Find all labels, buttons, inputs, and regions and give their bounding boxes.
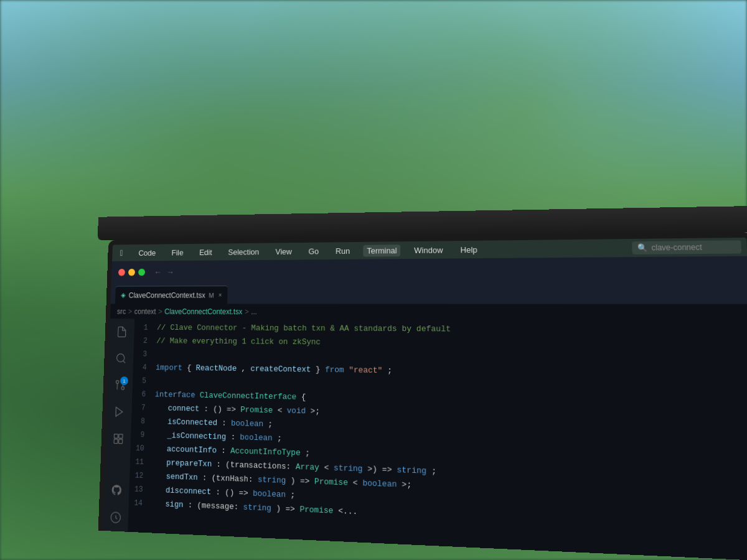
svg-point-2 [121,386,125,390]
token: } [316,365,325,374]
line-num-3: 3 [138,348,156,362]
breadcrumb-sep-2: > [158,307,162,316]
activity-icon-github[interactable] [108,481,125,499]
breadcrumb-filename[interactable]: ClaveConnectContext.tsx [164,307,242,316]
token: <... [338,506,357,516]
token: ReactNode [195,363,237,373]
token: "react" [349,365,382,375]
token: boolean [253,488,286,499]
token [154,431,163,440]
token: sign [165,500,184,510]
token: : [221,446,230,456]
menu-item-run[interactable]: Run [332,245,354,256]
token: Promise [240,405,273,415]
token: >; [311,406,320,416]
minimize-button[interactable] [128,269,135,276]
maximize-button[interactable] [138,269,145,276]
menu-item-selection[interactable]: Selection [225,246,263,258]
token: : [222,418,231,427]
tab-file-icon: ◈ [121,291,126,299]
token: accountInfo [167,444,217,455]
token [153,444,162,454]
token [151,499,161,509]
activity-icon-search[interactable] [113,350,129,366]
token: connect [167,404,199,414]
line-num-7: 7 [136,401,155,415]
token: : (transactions: [216,460,295,472]
token: string [258,475,286,485]
menu-item-view[interactable]: View [272,245,296,257]
line-num-5: 5 [137,375,156,388]
token: : [230,432,240,442]
token [154,403,164,413]
spotlight-search[interactable]: 🔍 clave-connect [632,240,741,254]
token: boolean [240,432,272,443]
menu-item-help[interactable]: Help [457,243,481,256]
token: _isConnecting [167,431,226,442]
close-button[interactable] [118,269,125,276]
token: < [353,478,358,488]
line-num-1: 1 [139,321,157,334]
token: ) => [291,476,314,487]
token: void [287,406,306,416]
forward-button[interactable]: → [166,268,174,277]
tab-modified-indicator: M [209,291,214,299]
menu-item-window[interactable]: Window [410,244,446,256]
token: // Make everything 1 click on zkSync [156,337,321,347]
token: ; [305,448,310,458]
token: : () => [204,404,240,414]
svg-line-1 [123,361,125,363]
menu-item-terminal[interactable]: Terminal [363,245,400,256]
activity-icon-remote[interactable] [108,508,125,526]
laptop-screen:  Code File Edit Selection View Go Run T… [108,232,747,240]
breadcrumb-context[interactable]: context [134,307,156,316]
line-num-4: 4 [138,361,156,375]
token: : () => [215,487,253,498]
token: // Clave Connector - Making batch txn & … [157,323,451,334]
line-num-10: 10 [135,442,154,456]
apple-menu[interactable]:  [116,247,126,259]
line-num-14: 14 [133,497,152,511]
menu-item-code[interactable]: Code [135,247,159,258]
token: AccountInfoType [230,446,301,458]
svg-rect-6 [114,434,118,439]
tab-close-button[interactable]: × [218,292,222,299]
search-icon: 🔍 [637,243,648,253]
token: string [334,463,363,474]
menu-item-go[interactable]: Go [305,245,322,257]
token: boolean [362,478,397,490]
activity-icon-extensions[interactable] [110,430,126,447]
token: ClaveConnectInterface [200,391,297,402]
activity-icon-run[interactable] [111,403,127,421]
token: import [156,363,182,372]
token: string [243,502,271,513]
token: isConnected [167,417,217,427]
token: { [187,363,196,373]
token: disconnect [166,485,212,497]
token: createContext [250,364,311,374]
breadcrumb-sep-1: > [128,307,133,315]
token [152,485,161,495]
token: boolean [231,419,263,429]
line-num-12: 12 [134,469,153,483]
menu-item-file[interactable]: File [168,246,187,258]
line-num-8: 8 [136,414,154,428]
breadcrumb-sep-3: > [245,307,249,316]
activity-icon-files[interactable] [114,324,130,340]
traffic-lights [118,269,145,276]
code-editor[interactable]: 1 // Clave Connector - Making batch txn … [128,319,747,560]
tab-claveconnectcontext[interactable]: ◈ ClaveConnectContext.tsx M × [115,286,228,304]
token: from [325,365,344,375]
back-button[interactable]: ← [154,268,162,277]
svg-rect-7 [119,434,123,439]
laptop-container:  Code File Edit Selection View Go Run T… [87,236,735,560]
laptop-bezel:  Code File Edit Selection View Go Run T… [98,232,747,560]
line-num-11: 11 [134,455,153,470]
token: >; [402,480,411,490]
token: ) => [276,504,299,515]
activity-icon-source-control[interactable]: 1 [112,376,128,394]
menu-item-edit[interactable]: Edit [195,246,215,258]
breadcrumb-src[interactable]: src [117,307,126,315]
token: ; [268,419,273,429]
token: : (txnHash: [202,473,258,484]
